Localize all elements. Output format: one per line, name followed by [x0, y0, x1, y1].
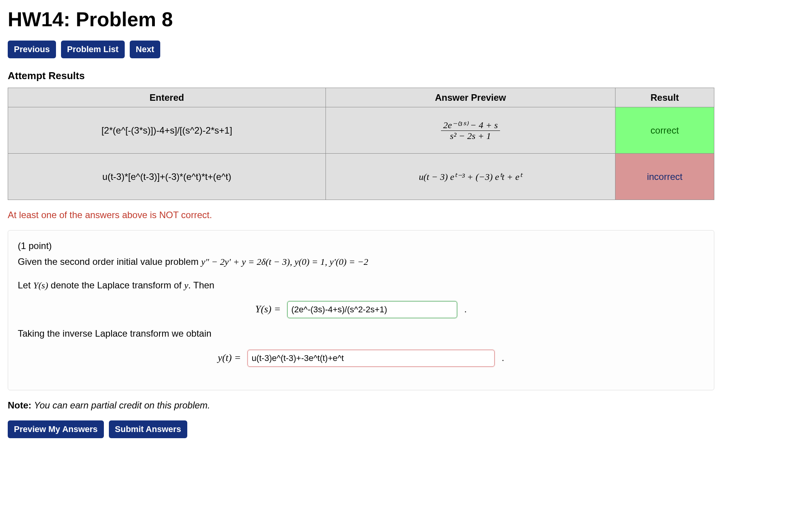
- problem-list-button[interactable]: Problem List: [61, 41, 125, 58]
- table-row: [2*(e^[-(3*s)])-4+s]/[(s^2)-2*s+1] 2e⁻⁽³…: [8, 107, 714, 154]
- eq1-label: Y(s) =: [255, 303, 283, 315]
- note-line: Note: You can earn partial credit on thi…: [8, 400, 782, 411]
- problem-line2-math-Ys: Y(s): [33, 280, 48, 290]
- action-buttons: Preview My Answers Submit Answers: [8, 420, 782, 438]
- preview-cell: 2e⁻⁽³ˢ⁾ − 4 + s s² − 2s + 1: [326, 107, 615, 154]
- result-cell-correct: correct: [615, 107, 714, 154]
- col-header-preview: Answer Preview: [326, 88, 615, 107]
- entered-cell: u(t-3)*[e^(t-3)]+(-3)*(e^t)*t+(e^t): [8, 154, 326, 200]
- problem-line1a: Given the second order initial value pro…: [18, 256, 201, 267]
- submit-answers-button[interactable]: Submit Answers: [109, 420, 188, 438]
- results-table: Entered Answer Preview Result [2*(e^[-(3…: [8, 88, 714, 200]
- warning-text: At least one of the answers above is NOT…: [8, 210, 782, 220]
- col-header-entered: Entered: [8, 88, 326, 107]
- page-title: HW14: Problem 8: [8, 8, 782, 31]
- problem-line1-math: y″ − 2y′ + y = 2δ(t − 3), y(0) = 1, y′(0…: [201, 257, 368, 267]
- eq2-period: .: [502, 352, 504, 363]
- points-label: (1 point): [18, 241, 52, 251]
- preview-answers-button[interactable]: Preview My Answers: [8, 420, 104, 438]
- problem-line2-math-y: y: [184, 280, 188, 290]
- yt-input[interactable]: [248, 350, 495, 367]
- note-text: You can earn partial credit on this prob…: [34, 400, 210, 410]
- problem-line2a: Let: [18, 280, 33, 290]
- ys-input[interactable]: [287, 301, 457, 318]
- problem-line3: Taking the inverse Laplace transform we …: [18, 326, 704, 342]
- previous-button[interactable]: Previous: [8, 41, 56, 58]
- next-button[interactable]: Next: [130, 41, 161, 58]
- nav-buttons: Previous Problem List Next: [8, 41, 782, 58]
- note-bold: Note:: [8, 400, 31, 410]
- problem-line2c: denote the Laplace transform of: [48, 280, 184, 290]
- eq2-label: y(t) =: [218, 352, 244, 363]
- entered-cell: [2*(e^[-(3*s)])-4+s]/[(s^2)-2*s+1]: [8, 107, 326, 154]
- preview-cell: u(t − 3) eᵗ⁻³ + (−3) eᵗt + eᵗ: [326, 154, 615, 200]
- attempt-results-heading: Attempt Results: [8, 70, 782, 82]
- preview-denominator: s² − 2s + 1: [441, 131, 500, 141]
- problem-line2e: . Then: [188, 280, 215, 290]
- eq1-period: .: [464, 304, 467, 314]
- preview-flat: u(t − 3) eᵗ⁻³ + (−3) eᵗt + eᵗ: [419, 172, 522, 182]
- table-row: u(t-3)*[e^(t-3)]+(-3)*(e^t)*t+(e^t) u(t …: [8, 154, 714, 200]
- result-cell-incorrect: incorrect: [615, 154, 714, 200]
- col-header-result: Result: [615, 88, 714, 107]
- problem-statement: (1 point) Given the second order initial…: [8, 230, 714, 390]
- preview-numerator: 2e⁻⁽³ˢ⁾ − 4 + s: [441, 120, 500, 131]
